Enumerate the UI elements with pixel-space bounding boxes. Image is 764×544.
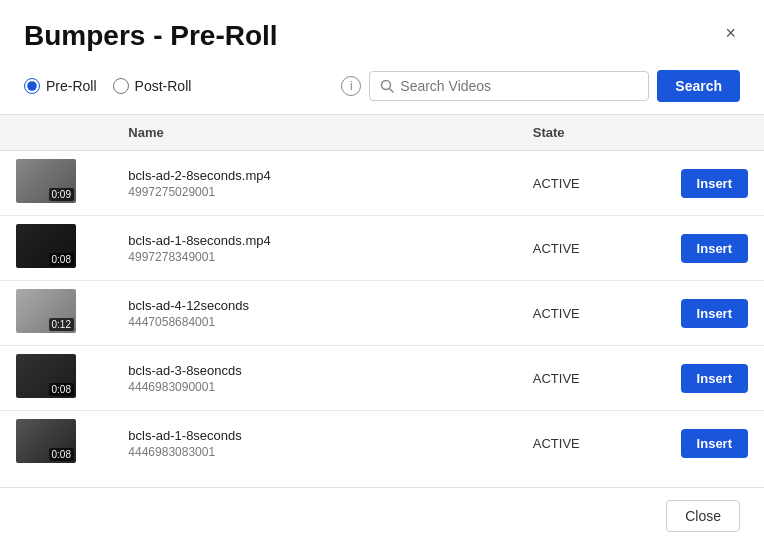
name-cell: bcls-ad-4-12seconds 4447058684001 bbox=[112, 281, 516, 346]
thumb-wrap: 0:09 bbox=[16, 159, 76, 203]
video-id: 4997275029001 bbox=[128, 185, 500, 199]
state-cell: ACTIVE bbox=[517, 216, 652, 281]
table-header-row: Name State bbox=[0, 115, 764, 151]
pre-roll-radio-label[interactable]: Pre-Roll bbox=[24, 78, 97, 94]
post-roll-label: Post-Roll bbox=[135, 78, 192, 94]
table-row: 0:09 bcls-ad-2-8seconds.mp4 499727502900… bbox=[0, 151, 764, 216]
action-cell: Insert bbox=[652, 151, 764, 216]
duration-badge: 0:08 bbox=[49, 448, 74, 461]
name-cell: bcls-ad-2-8seconds.mp4 4997275029001 bbox=[112, 151, 516, 216]
thumb-wrap: 0:08 bbox=[16, 224, 76, 268]
table-row: 0:08 bcls-ad-1-8seconds.mp4 499727834900… bbox=[0, 216, 764, 281]
modal-close-x-button[interactable]: × bbox=[721, 20, 740, 46]
thumb-cell: 0:08 bbox=[0, 216, 112, 281]
action-cell: Insert bbox=[652, 346, 764, 411]
search-input-wrap bbox=[369, 71, 649, 101]
svg-line-1 bbox=[390, 89, 394, 93]
state-cell: ACTIVE bbox=[517, 411, 652, 476]
state-cell: ACTIVE bbox=[517, 281, 652, 346]
video-name: bcls-ad-1-8seconds bbox=[128, 428, 500, 443]
radio-group: Pre-Roll Post-Roll bbox=[24, 78, 191, 94]
col-action bbox=[652, 115, 764, 151]
state-cell: ACTIVE bbox=[517, 151, 652, 216]
modal-header: Bumpers - Pre-Roll × bbox=[0, 0, 764, 62]
duration-badge: 0:08 bbox=[49, 253, 74, 266]
col-state: State bbox=[517, 115, 652, 151]
thumb-cell: 0:12 bbox=[0, 281, 112, 346]
video-name: bcls-ad-3-8seoncds bbox=[128, 363, 500, 378]
pre-roll-radio[interactable] bbox=[24, 78, 40, 94]
action-cell: Insert bbox=[652, 281, 764, 346]
modal-footer: Close bbox=[0, 487, 764, 544]
name-cell: bcls-ad-3-8seoncds 4446983090001 bbox=[112, 346, 516, 411]
thumb-wrap: 0:12 bbox=[16, 289, 76, 333]
name-cell: bcls-ad-1-8seconds 4446983083001 bbox=[112, 411, 516, 476]
thumb-cell: 0:08 bbox=[0, 346, 112, 411]
video-id: 4446983090001 bbox=[128, 380, 500, 394]
thumb-cell: 0:08 bbox=[0, 411, 112, 476]
duration-badge: 0:09 bbox=[49, 188, 74, 201]
insert-button[interactable]: Insert bbox=[681, 169, 748, 198]
toolbar: Pre-Roll Post-Roll i Search bbox=[0, 62, 764, 115]
table-row: 0:12 bcls-ad-4-12seconds 4447058684001 A… bbox=[0, 281, 764, 346]
search-icon bbox=[380, 79, 394, 93]
duration-badge: 0:08 bbox=[49, 383, 74, 396]
thumb-wrap: 0:08 bbox=[16, 354, 76, 398]
action-cell: Insert bbox=[652, 411, 764, 476]
modal: Bumpers - Pre-Roll × Pre-Roll Post-Roll … bbox=[0, 0, 764, 544]
video-id: 4446983083001 bbox=[128, 445, 500, 459]
thumb-cell: 0:09 bbox=[0, 151, 112, 216]
insert-button[interactable]: Insert bbox=[681, 234, 748, 263]
thumb-wrap: 0:08 bbox=[16, 419, 76, 463]
video-id: 4997278349001 bbox=[128, 250, 500, 264]
search-input[interactable] bbox=[400, 78, 638, 94]
video-id: 4447058684001 bbox=[128, 315, 500, 329]
action-cell: Insert bbox=[652, 216, 764, 281]
col-name: Name bbox=[112, 115, 516, 151]
pre-roll-label: Pre-Roll bbox=[46, 78, 97, 94]
state-cell: ACTIVE bbox=[517, 346, 652, 411]
table-row: 0:08 bcls-ad-3-8seoncds 4446983090001 AC… bbox=[0, 346, 764, 411]
col-thumb bbox=[0, 115, 112, 151]
table-container: Name State 0:09 bcls-ad-2-8seconds.mp4 4… bbox=[0, 115, 764, 487]
insert-button[interactable]: Insert bbox=[681, 429, 748, 458]
search-button[interactable]: Search bbox=[657, 70, 740, 102]
videos-table: Name State 0:09 bcls-ad-2-8seconds.mp4 4… bbox=[0, 115, 764, 475]
insert-button[interactable]: Insert bbox=[681, 299, 748, 328]
insert-button[interactable]: Insert bbox=[681, 364, 748, 393]
modal-title: Bumpers - Pre-Roll bbox=[24, 20, 278, 52]
post-roll-radio-label[interactable]: Post-Roll bbox=[113, 78, 192, 94]
video-name: bcls-ad-2-8seconds.mp4 bbox=[128, 168, 500, 183]
name-cell: bcls-ad-1-8seconds.mp4 4997278349001 bbox=[112, 216, 516, 281]
close-button[interactable]: Close bbox=[666, 500, 740, 532]
info-icon: i bbox=[341, 76, 361, 96]
video-name: bcls-ad-4-12seconds bbox=[128, 298, 500, 313]
video-name: bcls-ad-1-8seconds.mp4 bbox=[128, 233, 500, 248]
duration-badge: 0:12 bbox=[49, 318, 74, 331]
post-roll-radio[interactable] bbox=[113, 78, 129, 94]
table-row: 0:08 bcls-ad-1-8seconds 4446983083001 AC… bbox=[0, 411, 764, 476]
search-area: i Search bbox=[341, 70, 740, 102]
